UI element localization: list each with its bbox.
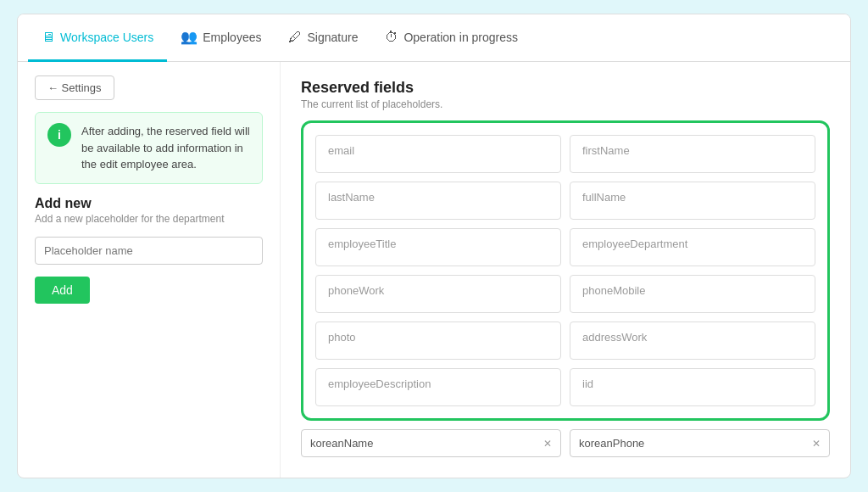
reserved-field-photo: photo <box>315 321 561 360</box>
remove-field-koreanName[interactable]: ✕ <box>543 438 552 450</box>
reserved-field-email: email <box>315 135 561 173</box>
tab-bar: 🖥 Workspace Users 👥 Employees 🖊 Signatur… <box>18 14 850 62</box>
reserved-field-employeeDescription: employeeDescription <box>315 368 561 406</box>
left-panel: ← Settings i After adding, the reserved … <box>18 62 281 478</box>
info-icon: i <box>47 123 71 147</box>
tab-operation-in-progress[interactable]: ⏱ Operation in progress <box>371 15 531 62</box>
tab-employees[interactable]: 👥 Employees <box>167 15 275 62</box>
reserved-fields-box: emailfirstNamelastNamefullNameemployeeTi… <box>301 120 830 421</box>
reserved-field-firstName: firstName <box>570 135 815 173</box>
reserved-field-employeeTitle: employeeTitle <box>315 228 561 266</box>
editable-input-koreanPhone[interactable] <box>579 437 807 450</box>
editable-input-koreanName[interactable] <box>310 437 538 450</box>
reserved-field-phoneMobile: phoneMobile <box>570 275 815 313</box>
info-box: i After adding, the reserved field will … <box>35 112 263 184</box>
settings-button[interactable]: ← Settings <box>35 75 114 100</box>
reserved-field-phoneWork: phoneWork <box>315 275 561 313</box>
editable-field-koreanPhone: ✕ <box>570 429 830 457</box>
operation-icon: ⏱ <box>385 30 398 45</box>
add-new-subtitle: Add a new placeholder for the department <box>35 213 263 225</box>
main-container: 🖥 Workspace Users 👥 Employees 🖊 Signatur… <box>17 14 851 478</box>
add-btn-label: Add <box>52 283 73 297</box>
info-text: After adding, the reserved field will be… <box>81 123 250 173</box>
reserved-fields-title: Reserved fields <box>301 79 830 97</box>
tab-operation-label: Operation in progress <box>403 31 518 44</box>
signature-icon: 🖊 <box>288 30 302 45</box>
content-area: ← Settings i After adding, the reserved … <box>18 62 850 478</box>
reserved-fields-subtitle: The current list of placeholders. <box>301 98 830 110</box>
reserved-field-fullName: fullName <box>570 182 815 220</box>
reserved-field-addressWork: addressWork <box>570 321 815 360</box>
right-panel: Reserved fields The current list of plac… <box>281 62 850 478</box>
reserved-field-employeeDepartment: employeeDepartment <box>570 228 815 266</box>
reserved-field-iid: iid <box>570 368 815 406</box>
add-new-title: Add new <box>35 196 263 211</box>
tab-signature[interactable]: 🖊 Signature <box>275 15 371 62</box>
remove-field-koreanPhone[interactable]: ✕ <box>812 438 821 450</box>
editable-field-koreanName: ✕ <box>301 429 561 457</box>
reserved-field-lastName: lastName <box>315 182 561 220</box>
add-button[interactable]: Add <box>35 277 90 304</box>
tab-signature-label: Signature <box>307 31 358 44</box>
tab-employees-label: Employees <box>203 31 261 44</box>
employees-icon: 👥 <box>181 29 198 45</box>
settings-btn-label: ← Settings <box>47 81 102 94</box>
editable-fields: ✕✕ <box>301 429 830 461</box>
add-new-section: Add new Add a new placeholder for the de… <box>35 196 263 225</box>
tab-workspace-users[interactable]: 🖥 Workspace Users <box>28 15 167 62</box>
workspace-users-icon: 🖥 <box>42 30 55 45</box>
tab-workspace-users-label: Workspace Users <box>60 31 153 44</box>
placeholder-name-input[interactable] <box>35 237 263 265</box>
